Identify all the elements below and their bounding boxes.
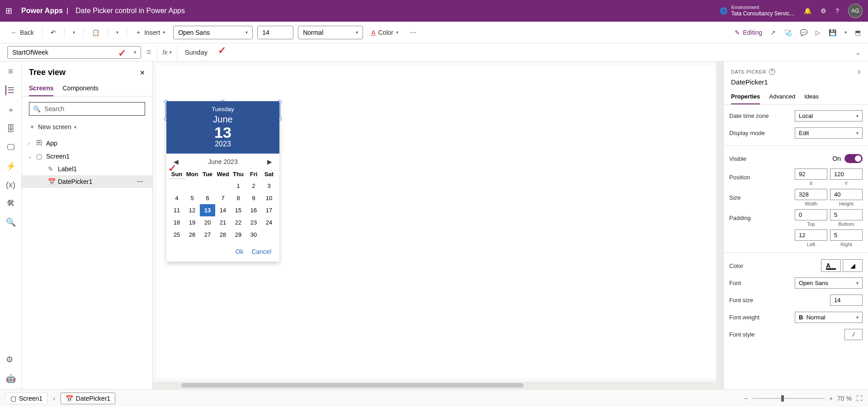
font-color-button[interactable]: A Color ▾ — [368, 27, 402, 38]
tab-ideas[interactable]: Ideas — [804, 89, 819, 104]
breadcrumb-control[interactable]: 📅 DatePicker1 — [61, 393, 115, 404]
next-month-icon[interactable]: ▶ — [267, 158, 272, 165]
calendar-day[interactable]: 2 — [246, 180, 261, 192]
ok-button[interactable]: Ok — [236, 248, 244, 255]
calendar-day[interactable]: 30 — [246, 229, 261, 241]
date-time-zone-select[interactable]: Local▾ — [795, 110, 863, 122]
calendar-day[interactable]: 7 — [215, 192, 231, 204]
tree-view-icon[interactable]: ☰ — [5, 85, 14, 95]
ask-rail-icon[interactable]: 🤖 — [6, 374, 16, 384]
zoom-out-button[interactable]: − — [744, 395, 748, 402]
help-icon[interactable]: ? — [769, 69, 775, 75]
paste-menu[interactable]: ▾ — [113, 28, 122, 37]
environment-picker[interactable]: 🌐 Environment Tata Consultancy Servic… — [720, 5, 795, 17]
chevron-right-icon[interactable]: › — [858, 67, 861, 76]
publish-icon[interactable]: ⬒ — [855, 29, 861, 36]
calendar-day[interactable]: 25 — [169, 229, 184, 241]
calendar-day[interactable]: 24 — [261, 216, 277, 229]
font-weight-select[interactable]: Normal▾ — [298, 26, 363, 39]
tab-components[interactable]: Components — [62, 81, 98, 96]
padding-left-input[interactable]: 12 — [795, 229, 827, 241]
paste-button[interactable]: 📋 — [88, 27, 103, 38]
data-rail-icon[interactable]: 🗄 — [7, 124, 15, 134]
padding-right-input[interactable]: 5 — [830, 229, 863, 241]
tab-properties[interactable]: Properties — [731, 89, 760, 104]
settings-rail-icon[interactable]: ⚙ — [6, 355, 16, 365]
tree-item-label[interactable]: ✎ Label1 — [22, 163, 152, 175]
fx-label[interactable]: fx▾ — [163, 49, 172, 56]
undo-menu[interactable]: ▾ — [69, 28, 79, 37]
calendar-day[interactable]: 11 — [169, 204, 184, 216]
formula-input[interactable]: Sunday ✓ — [183, 47, 850, 58]
font-color-picker[interactable]: A — [821, 259, 841, 272]
formula-expand-icon[interactable]: ⌄ — [855, 49, 861, 56]
comments-icon[interactable]: 💬 — [800, 29, 807, 36]
position-x-input[interactable]: 92 — [795, 168, 827, 180]
canvas-hscrollbar[interactable] — [153, 382, 723, 389]
new-screen-button[interactable]: ＋ New screen ▾ — [22, 121, 152, 136]
calendar-day[interactable]: 13 — [200, 204, 215, 216]
font-style-button[interactable]: / — [844, 329, 863, 340]
editing-mode-button[interactable]: ✎ Editing — [735, 29, 762, 36]
save-menu[interactable]: ▾ — [844, 30, 847, 35]
font-size-input[interactable]: 14 — [257, 26, 293, 39]
tree-item-app[interactable]: ›田 App — [22, 136, 152, 150]
calendar-day[interactable]: 22 — [231, 216, 246, 229]
back-button[interactable]: ← Back — [7, 27, 38, 38]
help-icon[interactable]: ? — [835, 7, 839, 14]
calendar-day[interactable]: 4 — [169, 192, 184, 204]
tools-rail-icon[interactable]: 🛠 — [7, 199, 15, 208]
calendar-day[interactable]: 29 — [231, 229, 246, 241]
font-select-prop[interactable]: Open Sans▾ — [795, 277, 863, 289]
calendar-day[interactable]: 21 — [215, 216, 231, 229]
position-y-input[interactable]: 120 — [830, 168, 863, 180]
search-rail-icon[interactable]: 🔍 — [6, 217, 16, 227]
hamburger-icon[interactable]: ≡ — [8, 67, 13, 76]
bell-icon[interactable]: 🔔 — [804, 7, 811, 14]
tree-item-screen[interactable]: ⌄▢ Screen1 — [22, 150, 152, 163]
share-icon[interactable]: ↗ — [770, 29, 776, 36]
property-dropdown[interactable]: StartOfWeek ▾ ✓ — [7, 46, 141, 59]
avatar[interactable]: AG — [848, 4, 863, 18]
fit-to-window-icon[interactable]: ⛶ — [856, 395, 863, 402]
calendar-day[interactable]: 1 — [231, 180, 246, 192]
calendar-day[interactable]: 20 — [200, 216, 215, 229]
tree-search[interactable]: 🔍 Search — [29, 102, 145, 116]
calendar-day[interactable]: 16 — [246, 204, 261, 216]
tree-item-datepicker[interactable]: 📅 DatePicker1 ⋯ — [22, 175, 152, 188]
zoom-in-button[interactable]: + — [829, 395, 833, 402]
tab-advanced[interactable]: Advanced — [769, 89, 795, 104]
breadcrumb-screen[interactable]: ▢ Screen1 — [5, 393, 47, 404]
calendar-day[interactable]: 9 — [246, 192, 261, 204]
fill-color-picker[interactable]: ◢ — [843, 259, 863, 272]
calendar-day[interactable]: 17 — [261, 204, 277, 216]
padding-bottom-input[interactable]: 5 — [830, 209, 863, 220]
undo-button[interactable]: ↶ — [47, 27, 60, 38]
zoom-slider[interactable] — [752, 398, 825, 399]
insert-rail-icon[interactable]: ＋ — [7, 104, 15, 115]
calendar-day[interactable]: 12 — [184, 204, 200, 216]
calendar-day[interactable]: 26 — [184, 229, 200, 241]
calendar-day[interactable]: 8 — [231, 192, 246, 204]
calendar-day[interactable]: 18 — [169, 216, 184, 229]
gear-icon[interactable]: ⚙ — [821, 7, 826, 14]
calendar-day[interactable]: 28 — [215, 229, 231, 241]
insert-button[interactable]: ＋ Insert ▾ — [132, 27, 169, 38]
font-size-input-prop[interactable]: 14 — [830, 295, 863, 306]
display-mode-select[interactable]: Edit▾ — [795, 127, 863, 139]
calendar-day[interactable]: 23 — [246, 216, 261, 229]
media-rail-icon[interactable]: 🖵 — [7, 143, 15, 152]
save-icon[interactable]: 💾 — [829, 29, 836, 36]
variables-rail-icon[interactable]: (x) — [6, 180, 15, 190]
tab-screens[interactable]: Screens — [29, 81, 53, 96]
calendar-day[interactable]: 14 — [215, 204, 231, 216]
height-input[interactable]: 40 — [830, 189, 863, 200]
control-name[interactable]: DatePicker1 — [724, 78, 868, 89]
calendar-day[interactable]: 19 — [184, 216, 200, 229]
visible-toggle[interactable] — [844, 154, 863, 163]
close-icon[interactable]: ✕ — [140, 69, 145, 76]
font-weight-select-prop[interactable]: B Normal▾ — [795, 312, 863, 323]
font-select[interactable]: Open Sans▾ — [173, 26, 253, 39]
app-checker-icon[interactable]: 🩺 — [784, 29, 792, 36]
canvas-screen[interactable]: Tuesday June 13 2023 ◀ June 2023 ▶ Sun M… — [156, 65, 720, 378]
